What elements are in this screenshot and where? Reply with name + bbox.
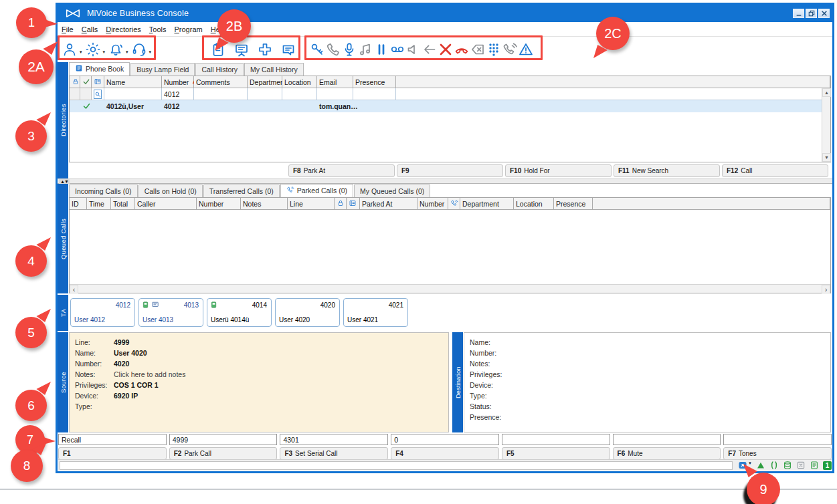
- call-field-5[interactable]: [502, 434, 610, 445]
- filter-cell[interactable]: [194, 88, 248, 100]
- close-button[interactable]: [818, 9, 830, 18]
- filter-cell[interactable]: [80, 88, 92, 100]
- filter-cell[interactable]: [104, 88, 162, 100]
- fkey-label: F1: [63, 450, 71, 457]
- menu-program[interactable]: Program: [170, 23, 206, 35]
- add-notes-link[interactable]: Click here to add notes: [114, 370, 185, 378]
- fkey-f7[interactable]: F7Tones: [723, 447, 832, 460]
- column-department[interactable]: Department: [460, 198, 514, 210]
- menu-calls[interactable]: Calls: [78, 23, 102, 35]
- column-line[interactable]: Line: [288, 198, 335, 210]
- column-notes[interactable]: Notes: [241, 198, 288, 210]
- fkey-f8[interactable]: F8Park At: [288, 164, 395, 177]
- fkey-f5[interactable]: F5: [502, 447, 610, 460]
- status-brackets-icon[interactable]: [769, 461, 779, 470]
- filter-cell[interactable]: [248, 88, 282, 100]
- column-email[interactable]: Email: [317, 76, 353, 88]
- menu-tools[interactable]: Tools: [145, 23, 171, 35]
- contact-card-column[interactable]: [92, 76, 104, 88]
- row-cell: [353, 100, 396, 112]
- fkey-f10[interactable]: F10Hold For: [505, 164, 612, 177]
- fkey-f1[interactable]: F1: [58, 447, 167, 460]
- status-database-icon[interactable]: [783, 461, 792, 470]
- fkey-f11[interactable]: F11New Search: [614, 164, 720, 177]
- ta-line-card-4012[interactable]: 4012User 4012: [70, 298, 135, 327]
- count-badge[interactable]: 1: [823, 461, 832, 470]
- callout-5: 5: [15, 317, 47, 348]
- column-time[interactable]: Time: [87, 198, 111, 210]
- parked-phone-icon: [450, 199, 458, 209]
- panel-splitter[interactable]: ▲▼: [58, 178, 832, 184]
- column-location[interactable]: Location: [514, 198, 554, 210]
- queued-horizontal-scrollbar[interactable]: ‹ ›: [70, 284, 830, 293]
- dropdown-caret-icon[interactable]: ▼: [748, 461, 752, 465]
- call-field-3[interactable]: [280, 434, 388, 445]
- restore-button[interactable]: [806, 9, 817, 18]
- column-name[interactable]: Name: [104, 76, 162, 88]
- queued-tab-calls-on-hold-0-[interactable]: Calls on Hold (0): [138, 184, 203, 197]
- ta-line-card-4021[interactable]: 4021User 4021: [343, 298, 408, 327]
- queued-calls-table: IDTimeTotalCallerNumberNotesLineParked A…: [69, 197, 831, 293]
- directory-vertical-scrollbar[interactable]: ▲ ▼: [822, 88, 830, 162]
- lock-column[interactable]: [70, 76, 80, 88]
- column-id[interactable]: ID: [70, 198, 87, 210]
- column-number[interactable]: Number: [417, 198, 448, 210]
- splitter-handle-icon[interactable]: ▲▼: [59, 179, 70, 184]
- column-location[interactable]: Location: [282, 76, 317, 88]
- menu-directories[interactable]: Directories: [102, 23, 145, 35]
- column-presence[interactable]: Presence: [554, 198, 593, 210]
- column-presence[interactable]: Presence: [353, 76, 396, 88]
- filter-cell[interactable]: [70, 88, 80, 100]
- column-department[interactable]: Department: [248, 76, 282, 88]
- status-spreadsheet-icon[interactable]: [796, 461, 806, 470]
- queued-tab-my-queued-calls-0-[interactable]: My Queued Calls (0): [354, 184, 430, 197]
- column-comments[interactable]: Comments: [194, 76, 248, 88]
- scroll-down-icon[interactable]: ▼: [822, 153, 831, 162]
- call-field-7[interactable]: [723, 434, 832, 445]
- parked-phone-icon: [286, 186, 294, 195]
- column-number[interactable]: Number▲: [162, 76, 194, 88]
- call-field-4[interactable]: [391, 434, 499, 445]
- filter-cell[interactable]: [353, 88, 396, 100]
- parked-phone-column[interactable]: [448, 198, 460, 210]
- queued-tab-incoming-calls-0-[interactable]: Incoming Calls (0): [69, 184, 138, 197]
- scroll-left-icon[interactable]: ‹: [70, 285, 78, 293]
- directory-table-row[interactable]: 4012ü,User4012tom.quan…: [70, 100, 830, 112]
- filter-cell[interactable]: 4012: [162, 88, 194, 100]
- status-triangle-icon[interactable]: [756, 461, 765, 470]
- fkey-f3[interactable]: F3Set Serial Call: [280, 447, 388, 460]
- queued-tab-parked-calls-0-[interactable]: Parked Calls (0): [280, 184, 353, 197]
- filter-cell[interactable]: [317, 88, 353, 100]
- queued-tab-transferred-calls-0-[interactable]: Transferred Calls (0): [203, 184, 280, 197]
- fkey-f2[interactable]: F2Park Call: [169, 447, 278, 460]
- scroll-up-icon[interactable]: ▲: [822, 88, 831, 97]
- check-column[interactable]: [80, 76, 92, 88]
- call-field-6[interactable]: [613, 434, 721, 445]
- directories-tab-phone-book[interactable]: Phone Book: [69, 62, 130, 76]
- minimize-button[interactable]: [793, 9, 804, 18]
- fkey-f9[interactable]: F9: [397, 164, 503, 177]
- directories-tab-busy-lamp-field[interactable]: Busy Lamp Field: [130, 63, 195, 76]
- directories-tab-call-history[interactable]: Call History: [195, 63, 244, 76]
- column-number[interactable]: Number: [197, 198, 241, 210]
- column-total[interactable]: Total: [111, 198, 135, 210]
- status-log-icon[interactable]: [810, 461, 819, 470]
- column-caller[interactable]: Caller: [135, 198, 197, 210]
- fkey-f6[interactable]: F6Mute: [613, 447, 721, 460]
- filter-cell[interactable]: [92, 88, 104, 100]
- column-parked-at[interactable]: Parked At: [360, 198, 417, 210]
- ta-line-card-4020[interactable]: 4020User 4020: [275, 298, 340, 327]
- ta-line-card-4013[interactable]: 4013User 4013: [138, 298, 203, 327]
- ta-line-card-4014[interactable]: 4014Userü 4014ü: [207, 298, 272, 327]
- filter-cell[interactable]: [282, 88, 317, 100]
- fkey-f12[interactable]: F12Call: [722, 164, 828, 177]
- lock-column[interactable]: [335, 198, 347, 210]
- call-field-2[interactable]: [169, 434, 278, 445]
- directories-tab-my-call-history[interactable]: My Call History: [244, 63, 304, 76]
- search-filter-button[interactable]: [94, 90, 102, 99]
- call-field-1[interactable]: [58, 434, 167, 445]
- contact-card-column[interactable]: [347, 198, 360, 210]
- fkey-f4[interactable]: F4: [391, 447, 499, 460]
- menu-file[interactable]: File: [58, 23, 78, 35]
- scroll-right-icon[interactable]: ›: [822, 285, 830, 293]
